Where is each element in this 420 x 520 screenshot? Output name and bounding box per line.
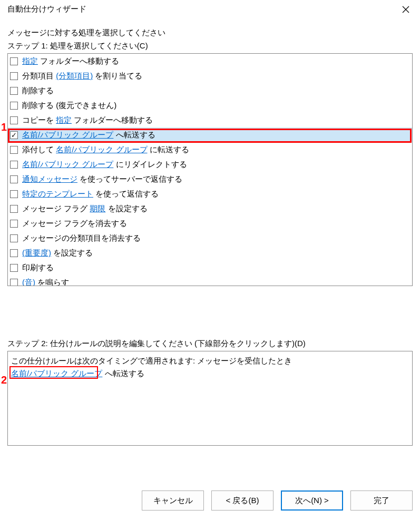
- window-title: 自動仕分けウィザード: [7, 4, 86, 14]
- desc-line-2-post: へ転送する: [102, 369, 144, 378]
- action-link[interactable]: (音): [22, 278, 35, 286]
- finish-button[interactable]: 完了: [350, 490, 413, 511]
- action-label: (音) を鳴らす: [22, 276, 69, 286]
- action-item-5[interactable]: 名前/パブリック グループ へ転送する: [8, 127, 412, 142]
- button-bar: キャンセル < 戻る(B) 次へ(N) > 完了: [142, 490, 413, 511]
- action-item-9[interactable]: 特定のテンプレート を使って返信する: [8, 187, 412, 201]
- action-label: コピーを 指定 フォルダーへ移動する: [22, 114, 153, 126]
- annotation-number-2: 2: [1, 374, 7, 386]
- action-item-1[interactable]: 分類項目 (分類項目) を割り当てる: [8, 68, 412, 83]
- action-checkbox[interactable]: [10, 175, 18, 183]
- action-checkbox[interactable]: [10, 146, 18, 154]
- action-checkbox[interactable]: [10, 72, 18, 80]
- action-checkbox[interactable]: [10, 205, 18, 213]
- action-label: メッセージ フラグを消去する: [22, 217, 127, 230]
- action-checkbox[interactable]: [10, 116, 18, 124]
- action-checkbox[interactable]: [10, 161, 18, 169]
- action-label: 名前/パブリック グループ にリダイレクトする: [22, 158, 187, 171]
- action-item-14[interactable]: 印刷する: [8, 260, 412, 275]
- close-icon[interactable]: [399, 5, 413, 14]
- desc-link-recipient[interactable]: 名前/パブリック グループ: [11, 369, 102, 378]
- back-button[interactable]: < 戻る(B): [211, 490, 274, 511]
- annotation-number-1: 1: [1, 121, 7, 133]
- action-item-0[interactable]: 指定 フォルダーへ移動する: [8, 54, 412, 68]
- action-label: 通知メッセージ を使ってサーバーで返信する: [22, 173, 182, 185]
- action-item-15[interactable]: (音) を鳴らす: [8, 275, 412, 286]
- instruction-text: メッセージに対する処理を選択してください: [7, 28, 413, 38]
- rule-description-box: この仕分けルールは次のタイミングで適用されます: メッセージを受信したとき 名前…: [7, 351, 413, 446]
- action-link[interactable]: 名前/パブリック グループ: [22, 130, 113, 139]
- action-label: 分類項目 (分類項目) を割り当てる: [22, 70, 142, 82]
- action-link[interactable]: 特定のテンプレート: [22, 189, 93, 198]
- action-link[interactable]: (分類項目): [56, 71, 93, 80]
- action-link[interactable]: (重要度): [22, 248, 51, 257]
- action-link[interactable]: 指定: [22, 56, 38, 65]
- action-label: 指定 フォルダーへ移動する: [22, 55, 119, 67]
- action-label: 印刷する: [22, 261, 54, 274]
- action-checkbox[interactable]: [10, 264, 18, 272]
- action-checkbox[interactable]: [10, 220, 18, 228]
- action-link[interactable]: 名前/パブリック グループ: [22, 160, 113, 169]
- action-label: メッセージの分類項目を消去する: [22, 232, 141, 244]
- action-checkbox[interactable]: [10, 102, 18, 110]
- desc-line-2: 名前/パブリック グループ へ転送する: [11, 367, 409, 380]
- titlebar: 自動仕分けウィザード: [0, 0, 420, 18]
- action-checkbox[interactable]: [10, 190, 18, 198]
- action-checkbox[interactable]: [10, 234, 18, 242]
- action-link[interactable]: 指定: [56, 115, 72, 124]
- step1-label: ステップ 1: 処理を選択してください(C): [7, 41, 413, 51]
- dialog-content: メッセージに対する処理を選択してください ステップ 1: 処理を選択してください…: [0, 18, 420, 446]
- action-checkbox[interactable]: [10, 279, 18, 287]
- action-item-12[interactable]: メッセージの分類項目を消去する: [8, 231, 412, 246]
- actions-listbox[interactable]: 指定 フォルダーへ移動する分類項目 (分類項目) を割り当てる削除する削除する …: [7, 53, 413, 286]
- action-link[interactable]: 名前/パブリック グループ: [56, 145, 147, 154]
- action-label: (重要度) を設定する: [22, 247, 93, 259]
- action-label: 特定のテンプレート を使って返信する: [22, 188, 159, 200]
- action-label: 添付して 名前/パブリック グループ に転送する: [22, 143, 189, 156]
- action-item-10[interactable]: メッセージ フラグ 期限 を設定する: [8, 201, 412, 216]
- cancel-button[interactable]: キャンセル: [142, 490, 204, 511]
- action-item-4[interactable]: コピーを 指定 フォルダーへ移動する: [8, 113, 412, 127]
- action-label: 削除する: [22, 84, 54, 97]
- action-item-8[interactable]: 通知メッセージ を使ってサーバーで返信する: [8, 172, 412, 187]
- action-link[interactable]: 通知メッセージ: [22, 174, 77, 183]
- action-checkbox[interactable]: [10, 87, 18, 95]
- action-item-13[interactable]: (重要度) を設定する: [8, 246, 412, 260]
- action-label: 削除する (復元できません): [22, 99, 116, 112]
- step2-section: ステップ 2: 仕分けルールの説明を編集してください (下線部分をクリックします…: [7, 339, 413, 446]
- action-checkbox[interactable]: [10, 131, 18, 139]
- action-label: 名前/パブリック グループ へ転送する: [22, 129, 155, 141]
- next-button[interactable]: 次へ(N) >: [281, 490, 343, 511]
- action-item-2[interactable]: 削除する: [8, 83, 412, 98]
- desc-line-1: この仕分けルールは次のタイミングで適用されます: メッセージを受信したとき: [11, 355, 409, 367]
- action-checkbox[interactable]: [10, 57, 18, 65]
- action-checkbox[interactable]: [10, 249, 18, 257]
- action-item-7[interactable]: 名前/パブリック グループ にリダイレクトする: [8, 157, 412, 172]
- action-item-6[interactable]: 添付して 名前/パブリック グループ に転送する: [8, 142, 412, 157]
- action-item-3[interactable]: 削除する (復元できません): [8, 98, 412, 113]
- action-item-11[interactable]: メッセージ フラグを消去する: [8, 216, 412, 231]
- action-label: メッセージ フラグ 期限 を設定する: [22, 202, 148, 215]
- action-link[interactable]: 期限: [90, 204, 105, 213]
- step2-label: ステップ 2: 仕分けルールの説明を編集してください (下線部分をクリックします…: [7, 339, 413, 349]
